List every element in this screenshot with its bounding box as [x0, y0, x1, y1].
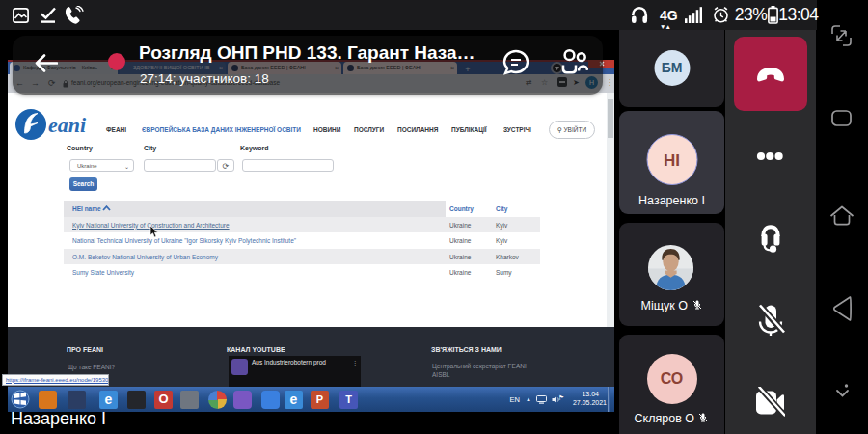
svg-text:eani: eani	[48, 113, 87, 137]
